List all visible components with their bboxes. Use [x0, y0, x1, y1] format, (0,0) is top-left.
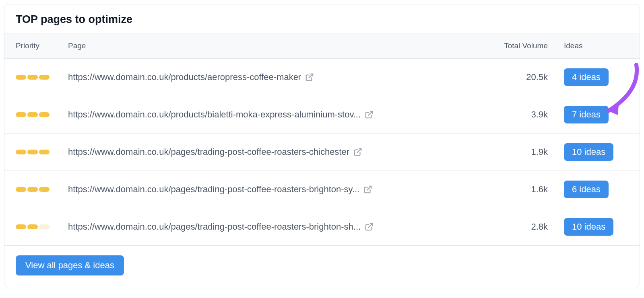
volume-value: 3.9k	[531, 109, 548, 119]
table-row: https://www.domain.co.uk/pages/trading-p…	[4, 171, 640, 208]
page-cell: https://www.domain.co.uk/products/aeropr…	[68, 72, 495, 82]
priority-cell	[16, 187, 68, 192]
ideas-cell: 7 ideas	[564, 106, 628, 123]
page-cell: https://www.domain.co.uk/pages/trading-p…	[68, 147, 495, 157]
priority-bar-segment	[39, 150, 50, 154]
priority-bar-segment	[39, 75, 50, 80]
priority-cell	[16, 75, 68, 80]
external-link-icon[interactable]	[365, 110, 374, 119]
ideas-button[interactable]: 6 ideas	[564, 181, 609, 198]
priority-indicator	[16, 75, 68, 80]
page-url-text: https://www.domain.co.uk/pages/trading-p…	[68, 184, 359, 195]
table-row: https://www.domain.co.uk/pages/trading-p…	[4, 134, 640, 171]
view-all-button[interactable]: View all pages & ideas	[16, 255, 124, 275]
volume-value: 1.6k	[531, 184, 548, 194]
card-title: TOP pages to optimize	[4, 4, 640, 33]
table-body: https://www.domain.co.uk/products/aeropr…	[4, 59, 640, 246]
priority-bar-segment	[27, 112, 38, 117]
external-link-icon[interactable]	[365, 222, 374, 231]
page-link[interactable]: https://www.domain.co.uk/pages/trading-p…	[68, 184, 372, 195]
priority-cell	[16, 150, 68, 154]
volume-cell: 1.9k	[495, 147, 564, 157]
ideas-button[interactable]: 10 ideas	[564, 143, 613, 161]
external-link-icon[interactable]	[353, 148, 362, 156]
card-footer: View all pages & ideas	[4, 246, 640, 287]
priority-bar-segment	[16, 187, 26, 192]
header-priority: Priority	[16, 41, 68, 50]
svg-line-4	[368, 224, 372, 228]
priority-indicator	[16, 112, 68, 117]
svg-line-2	[357, 149, 361, 153]
volume-cell: 1.6k	[495, 184, 564, 195]
priority-bar-segment	[16, 150, 26, 154]
page-cell: https://www.domain.co.uk/pages/trading-p…	[68, 222, 495, 232]
table-row: https://www.domain.co.uk/products/bialet…	[4, 96, 640, 134]
table-row: https://www.domain.co.uk/products/aeropr…	[4, 59, 640, 96]
priority-cell	[16, 112, 68, 117]
volume-cell: 20.5k	[495, 72, 564, 82]
table-row: https://www.domain.co.uk/pages/trading-p…	[4, 208, 640, 246]
volume-value: 1.9k	[531, 147, 548, 157]
priority-bar-segment	[27, 150, 38, 154]
priority-bar-segment	[39, 187, 50, 192]
page-url-text: https://www.domain.co.uk/pages/trading-p…	[68, 222, 361, 232]
ideas-cell: 10 ideas	[564, 218, 628, 236]
priority-indicator	[16, 224, 68, 229]
priority-bar-segment	[39, 224, 50, 229]
ideas-cell: 4 ideas	[564, 68, 628, 86]
priority-bar-segment	[16, 224, 26, 229]
svg-line-0	[309, 74, 313, 78]
page-cell: https://www.domain.co.uk/pages/trading-p…	[68, 184, 495, 195]
header-ideas: Ideas	[564, 41, 628, 50]
page-url-text: https://www.domain.co.uk/products/aeropr…	[68, 72, 301, 82]
top-pages-card: TOP pages to optimize Priority Page Tota…	[4, 4, 640, 287]
page-cell: https://www.domain.co.uk/products/bialet…	[68, 109, 495, 120]
priority-bar-segment	[16, 112, 26, 117]
svg-line-1	[368, 111, 372, 115]
volume-cell: 2.8k	[495, 222, 564, 232]
ideas-button[interactable]: 10 ideas	[564, 218, 613, 236]
table-header: Priority Page Total Volume Ideas	[4, 33, 640, 59]
priority-indicator	[16, 187, 68, 192]
header-volume: Total Volume	[495, 41, 564, 50]
page-link[interactable]: https://www.domain.co.uk/pages/trading-p…	[68, 222, 374, 232]
priority-indicator	[16, 150, 68, 154]
volume-value: 20.5k	[526, 72, 548, 82]
page-url-text: https://www.domain.co.uk/pages/trading-p…	[68, 147, 349, 157]
page-link[interactable]: https://www.domain.co.uk/pages/trading-p…	[68, 147, 362, 157]
priority-bar-segment	[39, 112, 50, 117]
page-link[interactable]: https://www.domain.co.uk/products/aeropr…	[68, 72, 314, 82]
header-page: Page	[68, 41, 495, 50]
priority-bar-segment	[27, 224, 38, 229]
priority-bar-segment	[27, 187, 38, 192]
external-link-icon[interactable]	[305, 73, 314, 82]
svg-line-3	[367, 186, 371, 190]
ideas-button[interactable]: 7 ideas	[564, 106, 609, 123]
priority-bar-segment	[27, 75, 38, 80]
priority-bar-segment	[16, 75, 26, 80]
priority-cell	[16, 224, 68, 229]
ideas-button[interactable]: 4 ideas	[564, 68, 609, 86]
ideas-cell: 6 ideas	[564, 181, 628, 198]
volume-cell: 3.9k	[495, 109, 564, 120]
external-link-icon[interactable]	[363, 185, 372, 194]
page-url-text: https://www.domain.co.uk/products/bialet…	[68, 109, 361, 120]
page-link[interactable]: https://www.domain.co.uk/products/bialet…	[68, 109, 374, 120]
ideas-cell: 10 ideas	[564, 143, 628, 161]
volume-value: 2.8k	[531, 222, 548, 232]
